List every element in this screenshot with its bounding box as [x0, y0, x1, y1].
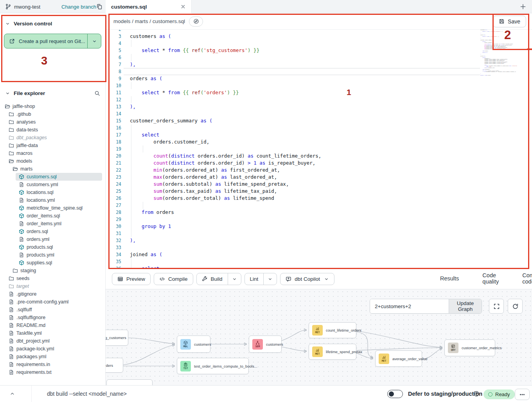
compile-button[interactable]: Compile — [154, 273, 193, 285]
file-tree-item[interactable]: requirements.txt — [0, 368, 105, 376]
code-line[interactable]: 27 — [106, 202, 532, 209]
tab-code-quality[interactable]: Code quality — [476, 269, 505, 289]
file-tree-item[interactable]: .sqlfluff — [0, 306, 105, 314]
code-line[interactable]: 20 count(distinct orders.order_id) as co… — [106, 153, 532, 160]
save-button[interactable]: Save — [493, 16, 526, 27]
code-line[interactable]: 3customers as ( — [106, 33, 532, 40]
code-line[interactable]: 2 — [106, 30, 532, 33]
create-pr-button[interactable]: Create a pull request on Git... — [4, 34, 101, 48]
tab-customers-sql[interactable]: customers.sql — [106, 0, 192, 13]
file-tree-item[interactable]: order_items.sql — [0, 212, 105, 220]
file-tree-item[interactable]: .gitignore — [0, 290, 105, 298]
change-branch-link[interactable]: Change branch — [61, 0, 96, 13]
update-graph-button[interactable]: Update Graph — [449, 299, 482, 313]
file-tree-item[interactable]: dbt_project.yml — [0, 337, 105, 345]
code-line[interactable]: 34joined as ( — [106, 251, 532, 258]
help-icon[interactable] — [473, 391, 480, 397]
file-tree-item[interactable]: products.sql — [0, 243, 105, 251]
dbt-copilot-button[interactable]: dbt Copilot — [280, 273, 334, 285]
lineage-panel[interactable]: stg_customersordersMDLcustomersTSTtest_o… — [106, 289, 532, 385]
file-tree-item[interactable]: packages.yml — [0, 353, 105, 361]
lineage-node[interactable]: TSTtest_order_items_compute_to_bools... — [177, 358, 249, 374]
code-line[interactable]: 26 sum(orders.order_total) as lifetime_s… — [106, 195, 532, 202]
lint-dropdown-chevron[interactable] — [263, 273, 277, 285]
preview-button[interactable]: Preview — [112, 273, 151, 285]
code-line[interactable]: 11 select * from {{ ref('orders') }} — [106, 89, 532, 96]
build-button[interactable]: Build — [196, 273, 241, 285]
preview-button-main[interactable]: Preview — [112, 273, 150, 285]
code-line[interactable]: 23 max(orders.ordered_at) as last_ordere… — [106, 174, 532, 181]
code-line[interactable]: 18 orders.customer_id, — [106, 138, 532, 145]
build-dropdown-chevron[interactable] — [228, 273, 241, 285]
tab-compiled-code[interactable]: Compiled code — [516, 269, 532, 289]
create-pr-button-main[interactable]: Create a pull request on Git... — [4, 34, 87, 48]
refresh-graph-button[interactable] — [508, 299, 523, 314]
lineage-node[interactable]: SEMcustomers — [249, 336, 282, 353]
file-tree-item[interactable]: locations.sql — [0, 188, 105, 196]
file-tree-item[interactable]: locations.yml — [0, 196, 105, 204]
file-tree-item[interactable]: staging — [0, 267, 105, 275]
file-tree-item[interactable]: dbt_packages — [0, 134, 105, 142]
compile-button-main[interactable]: Compile — [154, 273, 193, 285]
file-tree-item[interactable]: package-lock.yml — [0, 345, 105, 353]
file-tree-item[interactable]: target — [0, 282, 105, 290]
expand-command-bar-icon[interactable] — [9, 391, 15, 397]
code-line[interactable]: 15customer_orders_summary as ( — [106, 117, 532, 124]
new-tab-button[interactable] — [519, 3, 527, 10]
lineage-node[interactable]: METlifetime_spend_pretax — [309, 344, 356, 360]
code-line[interactable]: 32), — [106, 237, 532, 244]
file-tree-item[interactable]: models — [0, 157, 105, 165]
code-line[interactable]: 7), — [106, 61, 532, 68]
file-tree-item[interactable]: jaffle-data — [0, 142, 105, 149]
search-icon[interactable] — [94, 90, 100, 96]
file-tree-item[interactable]: customers.yml — [0, 181, 105, 188]
code-line[interactable]: 13), — [106, 103, 532, 110]
code-line[interactable]: 17 select — [106, 131, 532, 138]
command-input[interactable]: dbt build --select <model_name> — [47, 386, 127, 402]
file-explorer-header[interactable]: File explorer — [0, 88, 105, 98]
more-options-button[interactable] — [515, 389, 530, 400]
lineage-node[interactable]: METcount_lifetime_orders — [309, 322, 356, 338]
code-line[interactable]: 21 count(distinct orders.order_id) > 1 a… — [106, 160, 532, 167]
file-tree-item[interactable]: customers.sql — [0, 173, 105, 181]
file-tree-item[interactable]: .github — [0, 110, 105, 118]
code-line[interactable]: 10 — [106, 82, 532, 89]
defer-toggle[interactable] — [387, 390, 403, 398]
lineage-selector-input[interactable] — [370, 299, 449, 313]
lineage-node[interactable] — [106, 379, 153, 385]
lineage-node[interactable]: METaverage_order_value — [375, 350, 422, 367]
file-tree-item[interactable]: marts — [0, 165, 105, 173]
version-control-header[interactable]: Version control — [0, 19, 105, 28]
file-tree-item[interactable]: .pre-commit-config.yaml — [0, 298, 105, 306]
file-tree-item[interactable]: products.yml — [0, 251, 105, 259]
file-tree-item[interactable]: README.md — [0, 321, 105, 329]
file-tree-item[interactable]: Taskfile.yml — [0, 329, 105, 337]
file-tree-item[interactable]: requirements.in — [0, 361, 105, 368]
lint-button[interactable]: Lint — [244, 273, 277, 285]
lineage-node[interactable]: stg_customers — [106, 330, 128, 346]
tab-results[interactable]: Results — [434, 269, 465, 289]
file-tree-item[interactable]: seeds — [0, 275, 105, 282]
code-editor[interactable]: customers as ( select * from {{ ref('stg… — [106, 30, 532, 269]
file-tree-item[interactable]: metricflow_time_spine.sql — [0, 204, 105, 212]
code-line[interactable]: 5 select * from {{ ref('stg_customers') … — [106, 47, 532, 54]
file-tree-item[interactable]: orders.yml — [0, 235, 105, 243]
code-line[interactable]: 22 min(orders.ordered_at) as first_order… — [106, 167, 532, 174]
code-line[interactable]: 31 — [106, 230, 532, 237]
code-line[interactable]: 4 — [106, 40, 532, 47]
dbt-copilot-button-main[interactable]: dbt Copilot — [280, 273, 334, 285]
code-line[interactable]: 29 — [106, 216, 532, 223]
code-line[interactable]: 16 — [106, 124, 532, 131]
code-line[interactable]: 30 group by 1 — [106, 223, 532, 230]
docs-compass-button[interactable] — [189, 16, 203, 27]
code-line[interactable]: 14 — [106, 110, 532, 117]
code-line[interactable]: 25 sum(orders.tax_paid) as lifetime_tax_… — [106, 188, 532, 195]
file-tree-item[interactable]: orders.sql — [0, 228, 105, 235]
fullscreen-button[interactable] — [489, 299, 504, 314]
create-pr-dropdown-chevron[interactable] — [87, 34, 101, 48]
code-line[interactable]: 12 — [106, 96, 532, 103]
copy-icon[interactable] — [96, 4, 102, 10]
file-tree-item[interactable]: analyses — [0, 118, 105, 126]
lint-button-main[interactable]: Lint — [245, 273, 264, 285]
file-tree-item[interactable]: jaffle-shop — [0, 102, 105, 110]
